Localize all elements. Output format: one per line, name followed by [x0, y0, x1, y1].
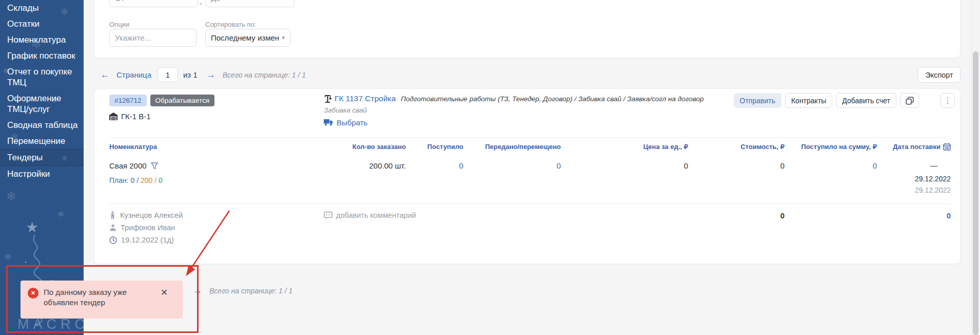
total-cost: 0: [780, 211, 785, 220]
page-label: Страница: [116, 70, 151, 79]
crane-icon: [324, 95, 331, 103]
author-name: Кузнецов Алексей: [120, 211, 183, 219]
order-actions: Отправить Контракты Добавить счет: [734, 93, 919, 108]
cell-transferred[interactable]: 0: [463, 161, 561, 194]
calendar-icon[interactable]: [943, 143, 951, 151]
delivery-date-secondary: 29.12.2022: [877, 186, 951, 194]
deadline-value: 19.12.2022 (1д): [121, 236, 174, 244]
export-button[interactable]: Экспорт: [918, 67, 961, 83]
col-qty-ordered: Кол-во заказано: [298, 143, 406, 151]
page-number-input[interactable]: [158, 67, 178, 82]
prev-page-icon[interactable]: ←: [101, 70, 109, 80]
sidebar-item-stocks[interactable]: Остатки: [0, 16, 84, 32]
page-summary: Всего на странице: 1 / 1: [209, 287, 292, 295]
sidebar-item-supply-schedule[interactable]: График поставок: [0, 48, 84, 64]
plan-line: План: 0 / 200 / 0: [109, 176, 298, 184]
positions-table: Номенклатура Кол-во заказано Поступило П…: [109, 137, 951, 204]
order-card: #126712 Обрабатывается ГК-1 В-1: [94, 88, 961, 264]
item-name: Свая 2000: [109, 161, 147, 170]
cell-unit-price: 0: [561, 161, 688, 194]
delivery-date: 29.12.2022: [877, 175, 951, 183]
order-footer: Кузнецов Алексей Трифонов Иван 19.12.202…: [109, 208, 951, 259]
plan-prefix: План: 0 /: [109, 176, 141, 184]
app-root: ❄ ❄ ❄ ❄ ❄ ❄ ❄ ❄ ❄ ❄ Склады Остатки Номен…: [0, 0, 980, 335]
delivery-empty: —: [877, 161, 951, 170]
error-icon: ✕: [28, 288, 38, 299]
toast-message: По данному заказу уже объявлен тендер: [44, 287, 155, 308]
next-page-icon[interactable]: →: [193, 286, 202, 296]
warehouse-icon: [109, 113, 117, 120]
sidebar-nav: Склады Остатки Номенклатура График поста…: [0, 0, 84, 182]
brand-watermark: MACRO: [17, 317, 84, 332]
copy-button[interactable]: [900, 93, 919, 108]
col-delivery-date-label: Дата поставки: [893, 143, 940, 151]
sidebar-item-goods-registration[interactable]: Оформление ТМЦ/услуг: [0, 90, 84, 117]
col-delivery-date: Дата поставки: [877, 143, 951, 151]
options-label: Опции: [109, 21, 129, 28]
close-icon[interactable]: ✕: [161, 288, 168, 297]
table-row: Свая 2000 План: 0 / 200 / 0 200.00 шт. 0…: [109, 155, 951, 204]
range-from-input[interactable]: [109, 0, 198, 7]
project-path: Подготовительные работы (ТЗ, Тенедер, До…: [401, 95, 703, 103]
order-badges: #126712 Обрабатывается: [109, 95, 214, 106]
send-button[interactable]: Отправить: [734, 93, 781, 108]
order-number-badge[interactable]: #126712: [109, 95, 147, 106]
cell-delivery-date: — 29.12.2022 29.12.2022: [877, 161, 951, 194]
executor-name: Трифонов Иван: [121, 224, 175, 232]
error-toast: ✕ По данному заказу уже объявлен тендер …: [21, 281, 183, 319]
project-link[interactable]: ГК 1137 Стройка: [335, 94, 396, 103]
filter-funnel-icon[interactable]: [151, 162, 158, 170]
plan-done-value: 0: [159, 176, 163, 184]
next-page-icon[interactable]: →: [207, 70, 215, 80]
plan-separator: /: [152, 176, 159, 184]
sidebar-item-transfer[interactable]: Перемещение: [0, 133, 84, 149]
plan-ordered-value: 200: [141, 176, 152, 184]
range-separator: -: [200, 0, 202, 8]
add-comment-label: добавить комментарий: [336, 211, 416, 219]
executor-row: Трифонов Иван: [109, 224, 175, 232]
snowflake-icon: ❄: [6, 189, 16, 203]
total-received-sum[interactable]: 0: [947, 211, 951, 220]
range-to-input[interactable]: [205, 0, 295, 7]
page-of-label: из 1: [183, 70, 198, 79]
sort-by-value: Последнему измен: [211, 33, 279, 42]
select-supplier-link[interactable]: Выбрать: [324, 118, 837, 127]
cell-received[interactable]: 0: [406, 161, 463, 194]
add-comment-button[interactable]: добавить комментарий: [324, 211, 416, 219]
sidebar-item-warehouses[interactable]: Склады: [0, 0, 84, 16]
sort-by-select[interactable]: Последнему измен ▾: [205, 29, 290, 47]
author-row: Кузнецов Алексей: [109, 211, 183, 219]
comment-bubble-icon: [324, 212, 332, 219]
deadline-row: 19.12.2022 (1д): [109, 236, 174, 244]
person-icon: [109, 224, 116, 231]
person-standing-icon: [109, 211, 116, 219]
add-invoice-button[interactable]: Добавить счет: [836, 93, 896, 108]
kebab-icon: ⋮: [944, 96, 952, 105]
sidebar-item-pivot-table[interactable]: Сводная таблица: [0, 117, 84, 133]
sidebar-item-purchase-report[interactable]: Отчет о покупке ТМЦ: [0, 64, 84, 90]
col-transferred: Передано/перемещено: [463, 143, 561, 151]
more-actions-button[interactable]: ⋮: [940, 93, 955, 108]
col-received: Поступило: [406, 143, 463, 151]
sidebar-item-settings[interactable]: Настройки: [0, 166, 84, 182]
scrollbar-thumb[interactable]: [973, 51, 978, 335]
warehouse-row: ГК-1 В-1: [109, 112, 151, 121]
snowflake-icon: ❄: [57, 210, 64, 219]
cell-received-sum[interactable]: 0: [785, 161, 877, 194]
options-input[interactable]: [109, 29, 197, 47]
cell-qty-ordered: 200.00 шт.: [298, 161, 406, 194]
col-received-sum: Поступило на сумму, ₽: [785, 143, 877, 151]
col-nomenclature: Номенклатура: [109, 143, 298, 151]
clock-icon: [109, 236, 117, 244]
pagination-bottom: → Всего на странице: 1 / 1: [193, 286, 292, 296]
pagination-top: ← Страница из 1 → Всего на странице: 1 /…: [101, 67, 306, 82]
page-summary: Всего на странице: 1 / 1: [223, 71, 306, 79]
sidebar-item-nomenclature[interactable]: Номенклатура: [0, 32, 84, 48]
col-cost: Стоимость, ₽: [688, 143, 785, 151]
filter-panel: - Опции Сортировать по: Последнему измен…: [94, 0, 961, 58]
sort-by-label: Сортировать по:: [205, 21, 256, 28]
warehouse-name: ГК-1 В-1: [121, 112, 151, 121]
sidebar-item-tenders[interactable]: Тендеры: [0, 149, 84, 166]
contracts-button[interactable]: Контракты: [785, 93, 832, 108]
status-badge: Обрабатывается: [150, 95, 214, 106]
